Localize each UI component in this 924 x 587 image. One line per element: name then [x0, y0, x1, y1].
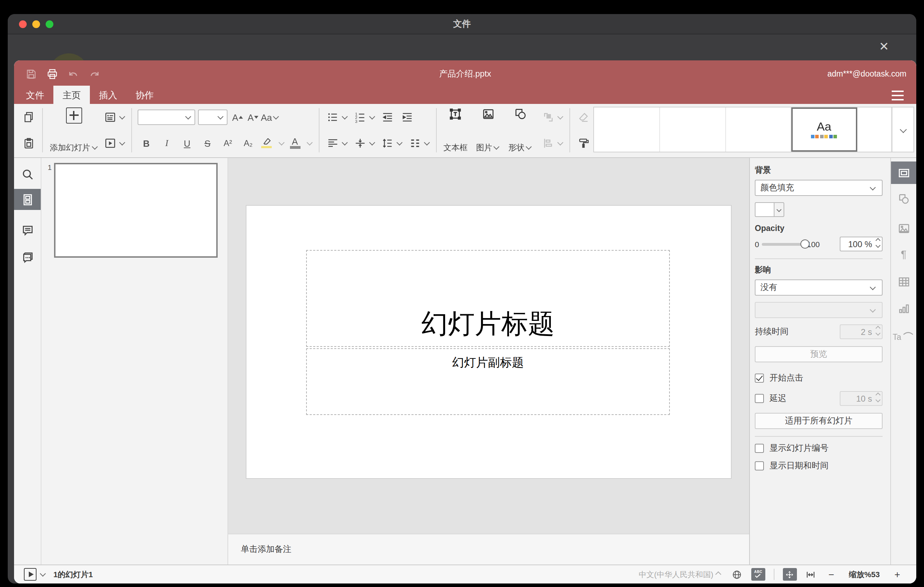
paste-icon[interactable]: [21, 135, 36, 152]
right-icon-sidebar: ¶ Ta: [891, 158, 916, 564]
bold-button[interactable]: B: [139, 135, 154, 152]
table-settings-icon[interactable]: [891, 270, 916, 293]
apply-to-all-slides-button[interactable]: 适用于所有幻灯片: [755, 413, 883, 429]
increase-font-icon[interactable]: A: [230, 109, 246, 126]
left-icon-sidebar: [14, 158, 41, 564]
search-icon[interactable]: [14, 163, 41, 185]
tab-insert[interactable]: 插入: [90, 86, 126, 106]
line-spacing-icon[interactable]: [380, 135, 395, 152]
fill-color-dropdown-icon[interactable]: [774, 202, 784, 217]
numbered-list-icon[interactable]: 123: [352, 109, 368, 126]
arrange-icon[interactable]: [541, 109, 556, 126]
underline-button[interactable]: U: [180, 135, 195, 152]
text-box-button[interactable]: 文本框: [441, 106, 470, 155]
globe-icon[interactable]: [730, 568, 744, 581]
window-titlebar: 文件: [8, 14, 916, 35]
subscript-button[interactable]: A₂: [241, 135, 256, 152]
effect-variant-select: [755, 302, 883, 318]
columns-icon[interactable]: [407, 135, 422, 152]
zoom-traffic-light[interactable]: [46, 20, 53, 28]
duration-spinner: 2 s: [840, 325, 883, 339]
start-slideshow-status-icon[interactable]: [24, 568, 36, 581]
slides-panel-icon[interactable]: [14, 189, 41, 210]
font-name-select[interactable]: [137, 110, 195, 125]
change-case-icon[interactable]: Aa: [261, 109, 280, 126]
delay-label: 延迟: [769, 392, 786, 404]
slide-layout-icon[interactable]: [102, 109, 117, 126]
decrease-indent-icon[interactable]: [380, 109, 395, 126]
image-settings-icon[interactable]: [891, 217, 916, 239]
tab-collaboration[interactable]: 协作: [126, 86, 163, 106]
notes-area[interactable]: 单击添加备注: [228, 534, 749, 564]
theme-option[interactable]: [594, 107, 660, 152]
shape-button[interactable]: 形状: [503, 106, 535, 155]
slide-thumbnail[interactable]: [54, 163, 218, 258]
opacity-slider[interactable]: [762, 242, 805, 246]
home-toolbar: 添加幻灯片 A A Aa: [14, 104, 916, 158]
font-size-select[interactable]: [198, 110, 227, 125]
tab-file[interactable]: 文件: [17, 86, 53, 106]
slide-title-text: 幻灯片标题: [421, 310, 555, 339]
image-button[interactable]: 图片: [470, 106, 503, 155]
fit-width-icon[interactable]: [804, 568, 818, 581]
font-color-button[interactable]: A: [290, 138, 300, 149]
text-art-settings-icon[interactable]: Ta: [891, 322, 916, 345]
language-selector[interactable]: 中文(中华人民共和国): [639, 569, 713, 580]
highlight-color-button[interactable]: [261, 139, 272, 148]
print-icon[interactable]: [45, 67, 59, 81]
chat-icon[interactable]: [14, 246, 41, 267]
save-icon[interactable]: [24, 67, 38, 81]
background-fill-select[interactable]: 颜色填充: [755, 180, 883, 196]
start-on-click-checkbox[interactable]: [755, 374, 764, 383]
bullet-list-icon[interactable]: [325, 109, 340, 126]
effect-select[interactable]: 没有: [755, 279, 883, 295]
paragraph-settings-icon[interactable]: ¶: [891, 242, 916, 265]
theme-gallery: Aa: [593, 107, 914, 152]
show-date-time-checkbox[interactable]: [755, 461, 764, 470]
close-icon[interactable]: ✕: [877, 40, 891, 54]
paint-roller-icon[interactable]: [576, 135, 591, 152]
close-traffic-light[interactable]: [19, 20, 27, 28]
italic-button[interactable]: I: [159, 135, 175, 152]
superscript-button[interactable]: A²: [220, 135, 236, 152]
fill-color-swatch[interactable]: [755, 202, 774, 217]
theme-gallery-expand-icon[interactable]: [892, 107, 914, 152]
comments-icon[interactable]: [14, 220, 41, 241]
theme-option[interactable]: [660, 107, 726, 152]
theme-option[interactable]: [726, 107, 792, 152]
add-slide-button[interactable]: 添加幻灯片: [47, 106, 101, 155]
decrease-font-icon[interactable]: A: [246, 109, 261, 126]
copy-icon[interactable]: [21, 109, 36, 126]
chart-settings-icon[interactable]: [891, 297, 916, 320]
theme-option[interactable]: [857, 107, 892, 152]
fit-slide-icon[interactable]: [783, 568, 797, 581]
minimize-traffic-light[interactable]: [32, 20, 40, 28]
theme-option-selected[interactable]: Aa: [792, 107, 858, 152]
title-placeholder[interactable]: 幻灯片标题: [306, 250, 670, 347]
eraser-icon[interactable]: [576, 109, 591, 126]
zoom-out-icon[interactable]: −: [827, 569, 836, 580]
show-slide-number-label: 显示幻灯片编号: [769, 442, 828, 454]
subtitle-placeholder[interactable]: 幻灯片副标题: [306, 348, 670, 415]
delay-checkbox[interactable]: [755, 394, 764, 403]
slide[interactable]: 幻灯片标题 幻灯片副标题: [246, 206, 731, 478]
show-slide-number-checkbox[interactable]: [755, 444, 764, 453]
app-header-strip: ✕: [8, 35, 916, 61]
preview-button: 预览: [755, 346, 883, 362]
menu-icon[interactable]: [892, 91, 904, 101]
start-slideshow-icon[interactable]: [102, 135, 117, 152]
redo-icon[interactable]: [87, 67, 101, 81]
align-objects-icon[interactable]: [541, 135, 556, 152]
increase-indent-icon[interactable]: [399, 109, 414, 126]
zoom-in-icon[interactable]: +: [893, 569, 902, 580]
slide-settings-icon[interactable]: [891, 162, 916, 184]
opacity-spinner[interactable]: 100 %: [840, 237, 883, 251]
undo-icon[interactable]: [66, 67, 80, 81]
align-icon[interactable]: [325, 135, 340, 152]
tab-home[interactable]: 主页: [53, 86, 90, 106]
strikethrough-button[interactable]: S: [200, 135, 215, 152]
shape-settings-icon[interactable]: [891, 188, 916, 210]
spellcheck-icon[interactable]: ABC: [751, 568, 765, 581]
vertical-align-icon[interactable]: [352, 135, 368, 152]
svg-text:3: 3: [355, 119, 357, 124]
